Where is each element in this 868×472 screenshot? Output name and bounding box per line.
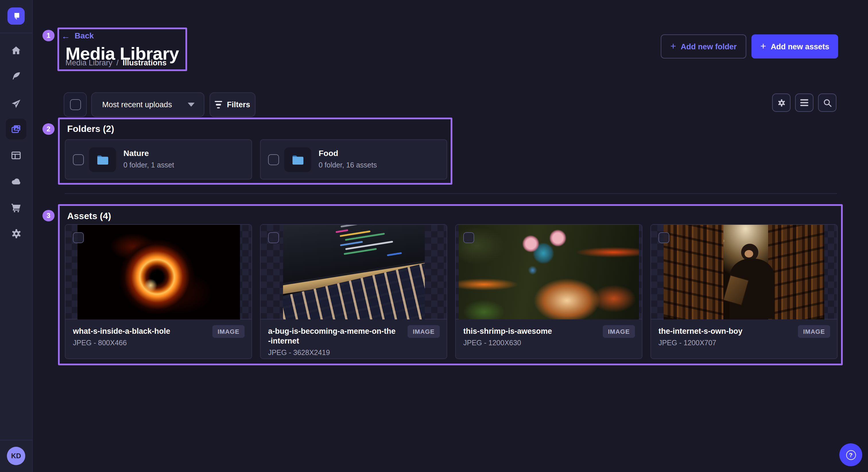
sort-select-value: Most recent uploads xyxy=(102,100,188,109)
folder-icon-box xyxy=(89,147,116,172)
asset-footer: the-internet-s-own-boy JPEG - 1200X707 I… xyxy=(651,319,837,347)
folder-card-food[interactable]: Food 0 folder, 16 assets xyxy=(260,139,447,179)
breadcrumb-separator: / xyxy=(117,59,119,67)
folder-card-nature[interactable]: Nature 0 folder, 1 asset xyxy=(65,139,252,179)
sidebar: KD xyxy=(0,0,33,472)
asset-meta: JPEG - 3628X2419 xyxy=(268,349,439,357)
filters-label: Filters xyxy=(227,100,250,109)
add-new-assets-label: Add new assets xyxy=(771,42,829,51)
layout-icon xyxy=(11,150,21,161)
folder-checkbox[interactable] xyxy=(268,154,279,165)
asset-footer: a-bug-is-becoming-a-meme-on-the-internet… xyxy=(260,319,446,357)
breadcrumb-parent[interactable]: Media Library xyxy=(65,59,113,67)
sort-select[interactable]: Most recent uploads xyxy=(91,92,205,117)
media-library-page: KD ← Back 1 Media Library Media Library … xyxy=(0,0,868,472)
asset-meta: JPEG - 1200X707 xyxy=(658,339,830,347)
add-new-assets-button[interactable]: + Add new assets xyxy=(751,34,838,59)
add-new-folder-button[interactable]: + Add new folder xyxy=(661,34,746,59)
back-label: Back xyxy=(74,31,94,40)
gear-icon xyxy=(11,228,22,239)
asset-checkbox[interactable] xyxy=(73,232,84,243)
section-divider xyxy=(65,193,837,194)
sidebar-item-media-library[interactable] xyxy=(6,119,26,139)
asset-meta: JPEG - 1200X630 xyxy=(463,339,634,347)
asset-title: the-internet-s-own-boy xyxy=(658,326,786,336)
paper-plane-icon xyxy=(11,99,21,109)
asset-thumbnail-area xyxy=(456,225,642,319)
folder-name: Nature xyxy=(123,148,149,158)
person-figure xyxy=(730,243,775,319)
folder-icon xyxy=(291,155,304,165)
add-new-folder-label: Add new folder xyxy=(681,42,737,51)
sidebar-item-home[interactable] xyxy=(6,40,26,61)
sidebar-item-marketplace[interactable] xyxy=(6,197,26,218)
sidebar-item-release[interactable] xyxy=(6,94,26,114)
asset-title: what-s-inside-a-black-hole xyxy=(73,326,200,336)
asset-thumbnail-area xyxy=(65,225,251,319)
laptop-code-image xyxy=(283,225,425,319)
asset-thumbnail-area xyxy=(260,225,446,319)
asset-checkbox[interactable] xyxy=(658,232,670,243)
list-icon xyxy=(800,99,808,106)
filter-icon xyxy=(215,101,222,109)
select-all-checkbox[interactable] xyxy=(70,99,81,110)
asset-checkbox[interactable] xyxy=(268,232,279,243)
asset-checkbox[interactable] xyxy=(463,232,474,243)
asset-meta: JPEG - 800X466 xyxy=(73,339,244,347)
back-link[interactable]: ← Back xyxy=(61,31,94,40)
sidebar-item-settings[interactable] xyxy=(6,223,26,244)
asset-card-black-hole[interactable]: what-s-inside-a-black-hole JPEG - 800X46… xyxy=(65,224,252,359)
asset-title: this-shrimp-is-awesome xyxy=(463,326,591,336)
feather-icon xyxy=(11,71,21,81)
sidebar-footer-divider xyxy=(0,440,33,440)
folder-icon-box xyxy=(284,147,311,172)
cloud-icon xyxy=(11,176,22,187)
folder-meta: 0 folder, 1 asset xyxy=(123,161,174,169)
asset-type-badge: IMAGE xyxy=(408,325,440,338)
help-button[interactable]: ? xyxy=(839,443,862,466)
assets-heading: Assets (4) xyxy=(67,211,111,222)
folder-name: Food xyxy=(319,148,338,158)
asset-title: a-bug-is-becoming-a-meme-on-the-internet xyxy=(268,326,396,346)
sidebar-item-deploy[interactable] xyxy=(6,171,26,192)
annotation-badge-2: 2 xyxy=(42,123,55,135)
back-arrow-icon: ← xyxy=(61,31,70,40)
list-view-button[interactable] xyxy=(795,94,813,112)
strapi-logo-glyph xyxy=(11,11,21,21)
folder-checkbox[interactable] xyxy=(73,154,84,165)
asset-footer: this-shrimp-is-awesome JPEG - 1200X630 I… xyxy=(456,319,642,347)
settings-icon xyxy=(777,98,786,107)
home-icon xyxy=(11,45,21,56)
strapi-logo[interactable] xyxy=(7,7,25,25)
black-hole-image xyxy=(77,225,240,319)
media-library-icon xyxy=(10,123,22,135)
user-avatar[interactable]: KD xyxy=(7,447,25,465)
asset-card-internets-own-boy[interactable]: the-internet-s-own-boy JPEG - 1200X707 I… xyxy=(650,224,838,359)
breadcrumb: Media Library / Illustrations xyxy=(65,59,166,67)
question-mark-icon: ? xyxy=(846,450,856,460)
asset-card-bug-meme[interactable]: a-bug-is-becoming-a-meme-on-the-internet… xyxy=(260,224,447,359)
sidebar-item-content[interactable] xyxy=(6,66,26,87)
search-icon xyxy=(823,98,832,107)
asset-card-shrimp[interactable]: this-shrimp-is-awesome JPEG - 1200X630 I… xyxy=(455,224,642,359)
plus-icon: + xyxy=(761,41,766,51)
chevron-down-icon xyxy=(188,103,195,107)
asset-footer: what-s-inside-a-black-hole JPEG - 800X46… xyxy=(65,319,251,347)
library-portrait-image xyxy=(663,225,825,319)
search-button[interactable] xyxy=(818,94,836,112)
view-settings-button[interactable] xyxy=(772,94,790,112)
plus-icon: + xyxy=(671,41,676,51)
sidebar-divider xyxy=(0,33,33,33)
annotation-badge-3: 3 xyxy=(42,210,55,222)
folders-heading: Folders (2) xyxy=(67,124,114,134)
mantis-shrimp-image xyxy=(459,225,639,319)
select-all-checkbox-wrap[interactable] xyxy=(64,92,87,117)
folder-meta: 0 folder, 16 assets xyxy=(319,161,377,169)
annotation-badge-1: 1 xyxy=(42,30,55,41)
sidebar-item-content-type-builder[interactable] xyxy=(6,145,26,166)
breadcrumb-current: Illustrations xyxy=(123,59,166,67)
bookshelf-right xyxy=(768,225,825,319)
filters-button[interactable]: Filters xyxy=(210,92,255,117)
bookshelf-left xyxy=(663,225,723,319)
folder-icon xyxy=(96,155,109,165)
